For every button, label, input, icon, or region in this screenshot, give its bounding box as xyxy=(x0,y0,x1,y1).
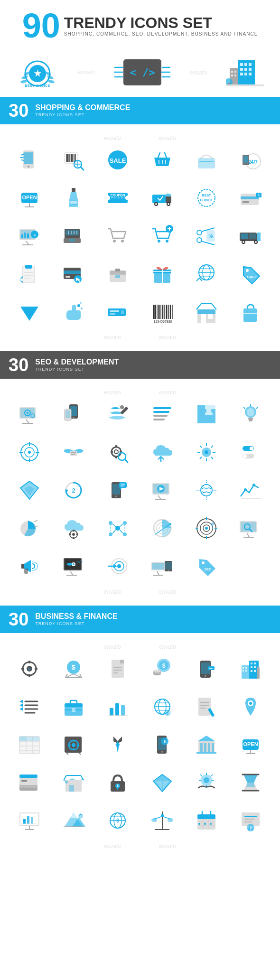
icon-chart-target xyxy=(231,474,271,507)
icon-vault xyxy=(54,728,93,761)
business-icons-section: envato envato $ $ xyxy=(0,633,280,860)
icon-hand-sparkle xyxy=(54,295,93,328)
svg-rect-354 xyxy=(245,667,247,669)
svg-rect-362 xyxy=(254,670,256,672)
icon-bullseye xyxy=(187,512,226,545)
icon-credit-card: $ xyxy=(231,181,271,215)
svg-rect-188 xyxy=(65,411,70,418)
svg-rect-421 xyxy=(208,743,210,752)
speed-lines-left xyxy=(114,63,123,82)
code-icon: < /> xyxy=(114,59,171,85)
svg-line-409 xyxy=(79,753,81,755)
svg-text:OPEN: OPEN xyxy=(243,741,258,747)
icon-spreadsheet xyxy=(9,728,49,761)
svg-rect-211 xyxy=(71,454,75,455)
svg-line-92 xyxy=(26,241,29,245)
svg-rect-400 xyxy=(33,737,39,741)
svg-rect-22 xyxy=(249,68,252,71)
section-title-3: BUSINESS & FINANCE xyxy=(35,613,117,620)
svg-text:BEST: BEST xyxy=(202,194,211,197)
svg-rect-422 xyxy=(212,743,214,752)
svg-rect-35 xyxy=(24,152,33,164)
icon-bar-chart xyxy=(98,690,138,723)
svg-rect-297 xyxy=(241,522,256,532)
icon-circle-timer: 2 xyxy=(54,474,93,507)
svg-rect-20 xyxy=(240,68,243,71)
svg-rect-398 xyxy=(19,737,26,741)
svg-marker-455 xyxy=(243,775,258,783)
section-number-3: 30 xyxy=(9,610,28,628)
icon-cash-register xyxy=(54,219,93,252)
icon-barcode xyxy=(54,143,93,177)
svg-rect-158 xyxy=(121,310,124,314)
svg-text:$: $ xyxy=(72,663,75,671)
icon-clipboard xyxy=(9,257,49,290)
icon-barcode-2: 1234567890 xyxy=(142,295,182,328)
svg-rect-132 xyxy=(65,276,70,278)
svg-point-312 xyxy=(117,564,121,568)
icon-document xyxy=(98,652,138,685)
svg-line-219 xyxy=(125,459,128,462)
icon-cloud-settings xyxy=(54,512,93,545)
header-subtitle: SHOPPING, COMMERCE, SEO, DEVELOPMENT, BU… xyxy=(64,31,258,37)
svg-line-300 xyxy=(247,533,249,537)
icon-ticket xyxy=(98,295,138,328)
icon-wrench-waves xyxy=(98,398,138,431)
svg-point-180 xyxy=(27,412,28,414)
icon-toggle-switches xyxy=(231,436,271,469)
svg-text:★: ★ xyxy=(249,826,252,830)
svg-rect-215 xyxy=(115,456,117,458)
icon-bank-building xyxy=(187,728,226,761)
svg-rect-91 xyxy=(27,233,29,238)
svg-marker-411 xyxy=(115,743,120,746)
svg-marker-469 xyxy=(70,812,77,818)
business-icons-grid: $ $ xyxy=(5,652,275,837)
svg-text:1234567890: 1234567890 xyxy=(153,320,172,323)
icon-gear-magnifier xyxy=(98,436,138,469)
svg-marker-314 xyxy=(113,564,117,568)
icon-credit-cursor xyxy=(54,257,93,290)
svg-rect-126 xyxy=(25,265,32,269)
svg-rect-209 xyxy=(70,451,77,456)
svg-rect-89 xyxy=(21,234,23,238)
svg-point-112 xyxy=(197,238,202,243)
icon-globe-currency: $ xyxy=(142,690,182,723)
svg-line-229 xyxy=(200,457,202,459)
section-header-seo: 30 SEO & DEVELOPMENT TRENDY ICONS SET xyxy=(0,351,280,379)
svg-text:★: ★ xyxy=(34,69,42,78)
icon-location-pin xyxy=(231,690,271,723)
svg-text:$: $ xyxy=(33,233,36,237)
hero-watermark-center: envato xyxy=(78,69,95,75)
svg-point-153 xyxy=(81,308,83,309)
svg-rect-485 xyxy=(197,814,215,819)
svg-rect-243 xyxy=(119,482,127,488)
svg-point-271 xyxy=(109,521,112,525)
icon-seo-tag: SEO xyxy=(187,550,226,583)
svg-point-272 xyxy=(123,521,127,525)
icon-shop xyxy=(187,295,226,328)
icon-fund-envelope: $ xyxy=(54,652,93,685)
svg-line-452 xyxy=(211,775,213,776)
icon-calendar xyxy=(187,804,226,837)
svg-rect-302 xyxy=(21,564,24,569)
svg-rect-431 xyxy=(19,775,37,778)
section-subtitle-3: TRENDY ICONS SET xyxy=(35,621,117,626)
section-header-shopping: 30 SHOPPING & COMMERCE TRENDY ICONS SET xyxy=(0,97,280,124)
icon-monitor-analytics: $ xyxy=(9,219,49,252)
svg-rect-216 xyxy=(111,451,113,453)
svg-point-104 xyxy=(113,240,116,243)
svg-rect-64 xyxy=(72,188,75,192)
svg-rect-28 xyxy=(234,71,236,73)
icon-wine-bottle xyxy=(54,181,93,215)
svg-rect-125 xyxy=(22,267,35,283)
icon-briefcase xyxy=(54,690,93,723)
svg-rect-23 xyxy=(240,73,243,75)
svg-point-482 xyxy=(168,818,173,822)
svg-point-414 xyxy=(161,751,163,753)
icon-mountain xyxy=(54,804,93,837)
svg-point-213 xyxy=(114,450,118,454)
icon-megaphone xyxy=(9,550,49,583)
svg-point-289 xyxy=(205,527,208,530)
svg-rect-353 xyxy=(243,667,244,669)
svg-point-258 xyxy=(244,488,247,491)
